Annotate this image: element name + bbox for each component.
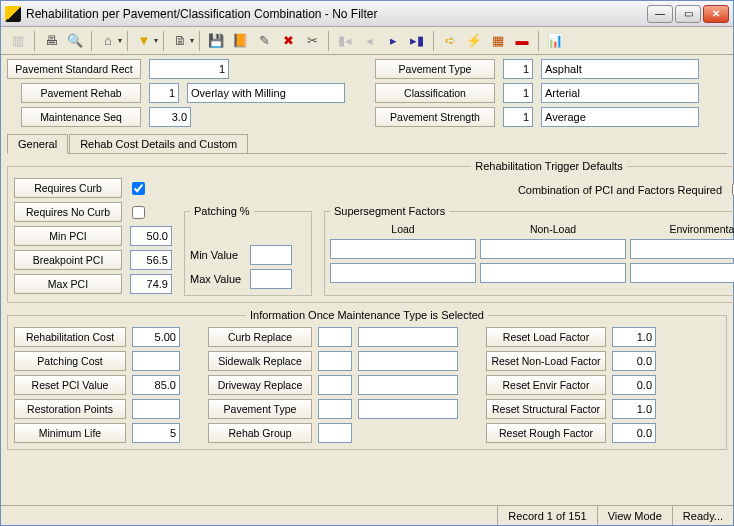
min-life-label[interactable]: Minimum Life (14, 423, 126, 443)
requires-no-curb-checkbox[interactable] (132, 206, 145, 219)
maint-seq-value[interactable] (149, 107, 191, 127)
pavement-strength-label[interactable]: Pavement Strength (375, 107, 495, 127)
patch-min-input[interactable] (250, 245, 292, 265)
pavement-type2-desc[interactable] (358, 399, 458, 419)
restoration-pts-label[interactable]: Restoration Points (14, 399, 126, 419)
edit-icon[interactable]: ✎ (253, 30, 275, 52)
pavement-type2-label[interactable]: Pavement Type (208, 399, 312, 419)
pavement-rehab-label[interactable]: Pavement Rehab (21, 83, 141, 103)
patch-max-input[interactable] (250, 269, 292, 289)
reset-load-label[interactable]: Reset Load Factor (486, 327, 606, 347)
classification-value[interactable] (503, 83, 533, 103)
classification-desc[interactable] (541, 83, 699, 103)
rehab-cost-label[interactable]: Rehabilitation Cost (14, 327, 126, 347)
chart-icon[interactable]: 📊 (544, 30, 566, 52)
reset-envir-input[interactable] (612, 375, 656, 395)
driveway-replace-label[interactable]: Driveway Replace (208, 375, 312, 395)
cut-icon[interactable]: ✂ (301, 30, 323, 52)
tool-icon[interactable]: ▬ (511, 30, 533, 52)
min-pci-label[interactable]: Min PCI (14, 226, 122, 246)
maint-seq-label[interactable]: Maintenance Seq (21, 107, 141, 127)
pavement-type-value[interactable] (503, 59, 533, 79)
pavement-rehab-desc[interactable] (187, 83, 345, 103)
curb-replace-label[interactable]: Curb Replace (208, 327, 312, 347)
group-patching: Patching % Min Value Max Value (184, 205, 312, 296)
ss-max-env[interactable] (630, 263, 734, 283)
driveway-replace-desc[interactable] (358, 375, 458, 395)
arrow-right-icon[interactable]: ➪ (439, 30, 461, 52)
reset-pci-input[interactable] (132, 375, 180, 395)
tab-general[interactable]: General (7, 134, 68, 154)
prev-icon[interactable]: ◂ (358, 30, 380, 52)
reset-envir-label[interactable]: Reset Envir Factor (486, 375, 606, 395)
min-pci-input[interactable] (130, 226, 172, 246)
status-mode: View Mode (597, 506, 672, 525)
bolt-icon[interactable]: ⚡ (463, 30, 485, 52)
book-icon[interactable]: 📙 (229, 30, 251, 52)
pavement-strength-value[interactable] (503, 107, 533, 127)
requires-no-curb-label[interactable]: Requires No Curb (14, 202, 122, 222)
reset-pci-label[interactable]: Reset PCI Value (14, 375, 126, 395)
window-title: Rehabilitation per Pavement/Classificati… (26, 7, 647, 21)
ss-max-nonload[interactable] (480, 263, 626, 283)
print-icon[interactable]: 🖶 (40, 30, 62, 52)
reset-nonload-label[interactable]: Reset Non-Load Factor (486, 351, 606, 371)
delete-icon[interactable]: ✖ (277, 30, 299, 52)
sidewalk-replace-desc[interactable] (358, 351, 458, 371)
curb-replace-code[interactable] (318, 327, 352, 347)
ss-min-nonload[interactable] (480, 239, 626, 259)
breakpoint-pci-input[interactable] (130, 250, 172, 270)
requires-curb-checkbox[interactable] (132, 182, 145, 195)
maximize-button[interactable]: ▭ (675, 5, 701, 23)
patching-cost-input[interactable] (132, 351, 180, 371)
breakpoint-pci-label[interactable]: Breakpoint PCI (14, 250, 122, 270)
next-icon[interactable]: ▸ (382, 30, 404, 52)
classification-label[interactable]: Classification (375, 83, 495, 103)
pavement-type-label[interactable]: Pavement Type (375, 59, 495, 79)
status-record: Record 1 of 151 (497, 506, 596, 525)
reset-load-input[interactable] (612, 327, 656, 347)
last-icon[interactable]: ▸▮ (406, 30, 428, 52)
tab-rehab-cost[interactable]: Rehab Cost Details and Custom (69, 134, 248, 153)
pavement-rehab-value[interactable] (149, 83, 179, 103)
pavement-std-label[interactable]: Pavement Standard Rect (7, 59, 141, 79)
print-preview-icon[interactable]: 🔍 (64, 30, 86, 52)
min-life-input[interactable] (132, 423, 180, 443)
document-icon[interactable]: ▥ (7, 30, 29, 52)
new-icon[interactable]: 🗎 (169, 30, 191, 52)
sidewalk-replace-code[interactable] (318, 351, 352, 371)
reset-nonload-input[interactable] (612, 351, 656, 371)
patching-cost-label[interactable]: Patching Cost (14, 351, 126, 371)
requires-curb-label[interactable]: Requires Curb (14, 178, 122, 198)
sidewalk-replace-label[interactable]: Sidewalk Replace (208, 351, 312, 371)
header-row-1: Pavement Standard Rect Pavement Rehab Ma… (7, 59, 727, 127)
window-icon[interactable]: ▦ (487, 30, 509, 52)
pavement-type2-code[interactable] (318, 399, 352, 419)
pavement-strength-desc[interactable] (541, 107, 699, 127)
max-pci-label[interactable]: Max PCI (14, 274, 122, 294)
reset-struct-label[interactable]: Reset Structural Factor (486, 399, 606, 419)
filter-icon[interactable]: ▼ (133, 30, 155, 52)
first-icon[interactable]: ▮◂ (334, 30, 356, 52)
ss-min-env[interactable] (630, 239, 734, 259)
max-pci-input[interactable] (130, 274, 172, 294)
reset-rough-input[interactable] (612, 423, 656, 443)
rehab-group-label[interactable]: Rehab Group (208, 423, 312, 443)
save-icon[interactable]: 💾 (205, 30, 227, 52)
driveway-replace-code[interactable] (318, 375, 352, 395)
rehab-cost-input[interactable] (132, 327, 180, 347)
close-button[interactable]: ✕ (703, 5, 729, 23)
ss-min-load[interactable] (330, 239, 476, 259)
minimize-button[interactable]: — (647, 5, 673, 23)
reset-struct-input[interactable] (612, 399, 656, 419)
combo-label: Combination of PCI and Factors Required (518, 184, 722, 196)
curb-replace-desc[interactable] (358, 327, 458, 347)
pavement-std-value[interactable] (149, 59, 229, 79)
home-icon[interactable]: ⌂ (97, 30, 119, 52)
window-buttons: — ▭ ✕ (647, 5, 729, 23)
pavement-type-desc[interactable] (541, 59, 699, 79)
restoration-pts-input[interactable] (132, 399, 180, 419)
ss-max-load[interactable] (330, 263, 476, 283)
rehab-group-input[interactable] (318, 423, 352, 443)
reset-rough-label[interactable]: Reset Rough Factor (486, 423, 606, 443)
